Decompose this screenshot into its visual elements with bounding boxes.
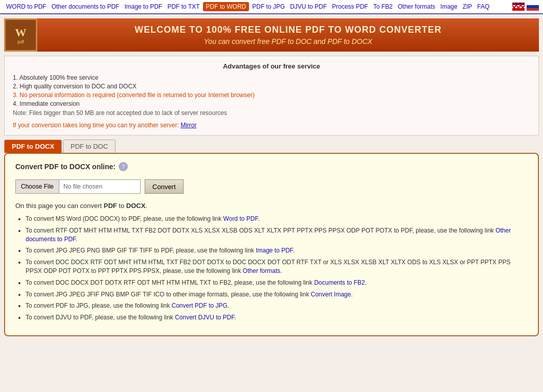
nav-link-pdf-to-txt[interactable]: PDF to TXT xyxy=(165,2,201,11)
header-banner: W pdf WELCOME TO 100% FREE ONLINE PDF TO… xyxy=(4,18,539,52)
advantages-title: Advantages of our free service xyxy=(13,62,530,70)
advantages-list: 1. Absolutely 100% free service2. High q… xyxy=(13,74,530,107)
logo-sub: pdf xyxy=(15,39,27,44)
nav-link-other-formats[interactable]: Other formats xyxy=(396,2,437,11)
bullet-item: To convert MS Word (DOC DOCX) to PDF, pl… xyxy=(26,215,528,223)
file-input-row: Choose File No file chosen Convert xyxy=(15,179,528,194)
bullet-item: To convert DOC DOCX DOT DOTX RTF ODT MHT… xyxy=(26,279,528,287)
advantages-section: Advantages of our free service 1. Absolu… xyxy=(4,56,539,135)
flag-ru[interactable] xyxy=(527,3,539,11)
nav-links: WORD to PDFOther documents to PDFImage t… xyxy=(4,2,491,11)
advantages-item: 2. High quality conversion to DOC and DO… xyxy=(13,83,530,90)
bullet-link[interactable]: Convert PDF to JPG xyxy=(171,302,227,309)
header-title: WELCOME TO 100% FREE ONLINE PDF TO WORD … xyxy=(37,25,539,35)
bullet-item: To convert DOC DOCX RTF ODT MHT HTM HTML… xyxy=(26,258,528,275)
header-subtitle: You can convert free PDF to DOC and PDF … xyxy=(37,37,539,45)
logo-letter: W xyxy=(15,26,27,39)
mirror-line: If your conversion takes long time you c… xyxy=(13,122,530,129)
bullet-link[interactable]: Other formats xyxy=(243,267,280,274)
advantages-note: Note: Files bigger than 50 MB are not ac… xyxy=(13,109,530,117)
nav-link-faq[interactable]: FAQ xyxy=(475,2,491,11)
bullet-item: To convert RTF ODT MHT HTM HTML TXT FB2 … xyxy=(26,226,528,244)
choose-file-button[interactable]: Choose File xyxy=(15,179,59,194)
nav-link-image-to-pdf[interactable]: Image to PDF xyxy=(122,2,164,11)
advantages-item: 4. Immediate conversion xyxy=(13,100,530,107)
nav-link-djvu-to-pdf[interactable]: DJVU to PDF xyxy=(288,2,329,11)
file-name-display: No file chosen xyxy=(59,179,141,194)
bullet-item: To convert JPG JPEG JFIF PNG BMP GIF TIF… xyxy=(26,290,528,299)
tabs-row: PDF to DOCXPDF to DOC xyxy=(4,140,539,153)
nav-link-process-pdf[interactable]: Process PDF xyxy=(330,2,370,11)
bullet-item: To convert PDF to JPG, please, use the f… xyxy=(26,302,528,310)
nav-link-word-to-pdf[interactable]: WORD to PDF xyxy=(4,2,49,11)
nav-link-to-fb2[interactable]: To FB2 xyxy=(371,2,395,11)
flag-uk[interactable] xyxy=(512,3,525,11)
advantages-item: 3. No personal information is required (… xyxy=(13,91,530,99)
nav-link-image[interactable]: Image xyxy=(438,2,459,11)
bullet-link[interactable]: Word to PDF xyxy=(223,215,258,222)
convert-button[interactable]: Convert xyxy=(145,179,184,194)
nav-link-pdf-to-jpg[interactable]: PDF to JPG xyxy=(250,2,287,11)
converter-box: Convert PDF to DOCX online: ? Choose Fil… xyxy=(4,153,539,336)
header-text: WELCOME TO 100% FREE ONLINE PDF TO WORD … xyxy=(37,20,539,50)
bullet-link[interactable]: Documents to FB2 xyxy=(314,279,365,286)
top-navigation: WORD to PDFOther documents to PDFImage t… xyxy=(0,0,543,14)
logo: W pdf xyxy=(4,18,37,52)
info-icon[interactable]: ? xyxy=(119,162,128,171)
tab-0[interactable]: PDF to DOCX xyxy=(4,140,62,153)
bullet-item: To convert JPG JPEG PNG BMP GIF TIF TIFF… xyxy=(26,246,528,255)
bullet-link[interactable]: Image to PDF xyxy=(256,247,293,254)
language-flags xyxy=(512,3,539,11)
convert-label-row: Convert PDF to DOCX online: ? xyxy=(15,162,528,171)
info-text: On this page you can convert PDF to DOCX… xyxy=(15,202,528,210)
bullet-link[interactable]: Convert Image xyxy=(311,291,351,298)
tab-1[interactable]: PDF to DOC xyxy=(63,140,116,153)
mirror-text: If your conversion takes long time you c… xyxy=(13,122,180,129)
advantages-item: 1. Absolutely 100% free service xyxy=(13,74,530,81)
nav-link-pdf-to-word[interactable]: PDF to WORD xyxy=(203,2,250,11)
bullet-link[interactable]: Convert DJVU to PDF xyxy=(175,314,234,321)
nav-link-zip[interactable]: ZIP xyxy=(461,2,474,11)
mirror-link[interactable]: Mirror xyxy=(180,122,196,129)
bullet-item: To convert DJVU to PDF, please, use the … xyxy=(26,313,528,322)
bullet-list: To convert MS Word (DOC DOCX) to PDF, pl… xyxy=(15,215,528,322)
convert-label: Convert PDF to DOCX online: xyxy=(15,163,116,171)
bullet-link[interactable]: Other documents to PDF xyxy=(26,227,511,243)
nav-link-other-docs-to-pdf[interactable]: Other documents to PDF xyxy=(50,2,122,11)
